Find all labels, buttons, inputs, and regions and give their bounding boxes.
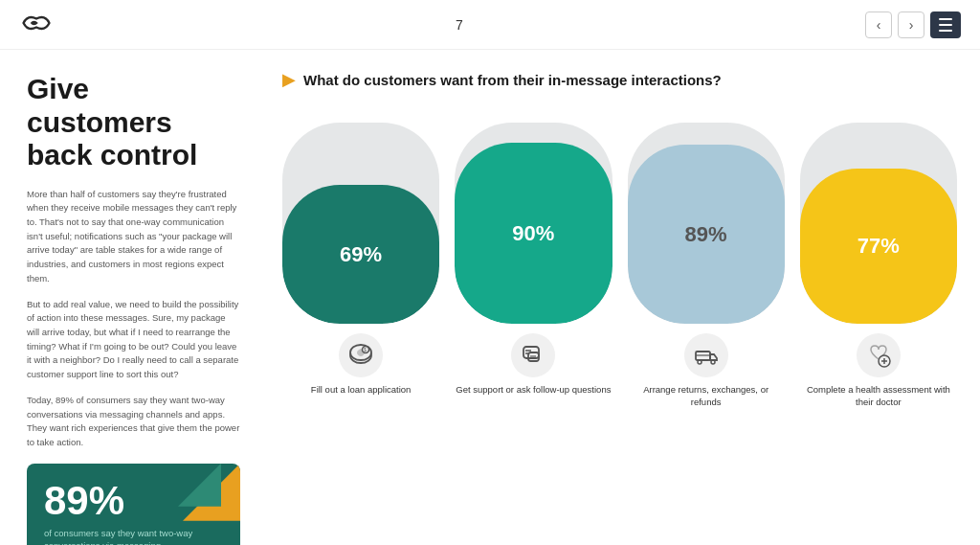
body-para-1: More than half of customers say they're … [27,188,240,286]
left-panel: Give customers back control More than ha… [0,50,263,545]
bar-fill-2: 90% [455,143,612,324]
loan-icon: $ [339,333,383,377]
menu-line-3 [939,30,952,32]
bar-bg-2: 90% [455,123,612,324]
icon-label-1: Fill out a loan application [311,383,412,396]
bar-bg-3: 89% [628,123,785,324]
icons-row: $ Fill out a loan application G [282,333,957,409]
bar-label-2: 90% [512,221,554,246]
menu-button[interactable] [930,11,961,38]
bar-col-2: 90% [455,103,612,324]
body-para-3: Today, 89% of consumers say they want tw… [27,394,240,450]
bar-bg-1: 69% [282,123,439,324]
page-number: 7 [456,17,463,33]
bar-fill-3: 89% [628,145,785,324]
icon-col-4: Complete a health assessment with their … [800,333,957,409]
icon-label-3: Arrange returns, exchanges, or refunds [628,383,785,409]
bar-col-1: 69% [282,103,439,324]
bar-col-3: 89% [628,103,785,324]
arrow-icon: ▶ [282,69,296,90]
health-icon [857,333,901,377]
svg-point-11 [698,360,702,364]
delivery-icon [684,333,728,377]
body-para-2: But to add real value, we need to build … [27,298,240,382]
right-panel: ▶ What do customers want from their in-m… [263,50,980,545]
main-content: Give customers back control More than ha… [0,50,980,545]
bar-label-4: 77% [858,234,900,259]
bar-bg-4: 77% [800,123,957,324]
menu-line-2 [939,24,952,26]
stat-description: of consumers say they want two-way conve… [44,527,197,545]
prev-button[interactable]: ‹ [865,11,892,38]
header: 7 ‹ › [0,0,980,50]
icon-col-1: $ Fill out a loan application [282,333,439,409]
icon-label-4: Complete a health assessment with their … [800,383,957,409]
bar-fill-1: 69% [282,185,439,324]
bar-label-3: 89% [685,222,727,247]
chart-title: What do customers want from their in-mes… [303,72,722,88]
logo [19,10,54,40]
chart-title-row: ▶ What do customers want from their in-m… [282,69,957,90]
bar-fill-4: 77% [800,169,957,324]
stat-box: 89% of consumers say they want two-way c… [27,464,240,545]
nav-controls: ‹ › [865,11,961,38]
icon-col-3: Arrange returns, exchanges, or refunds [628,333,785,409]
next-button[interactable]: › [898,11,924,38]
menu-line-1 [939,18,952,20]
icon-col-2: Get support or ask follow-up questions [455,333,612,409]
icon-label-2: Get support or ask follow-up questions [456,383,611,396]
bar-col-4: 77% [800,103,957,324]
chart-bars: 69% 90% 89% [282,103,957,324]
svg-text:$: $ [364,347,367,352]
bar-label-1: 69% [340,242,382,267]
page-title: Give customers back control [27,73,240,172]
svg-point-12 [711,360,715,364]
stat-number: 89% [44,481,225,521]
support-icon [511,333,555,377]
